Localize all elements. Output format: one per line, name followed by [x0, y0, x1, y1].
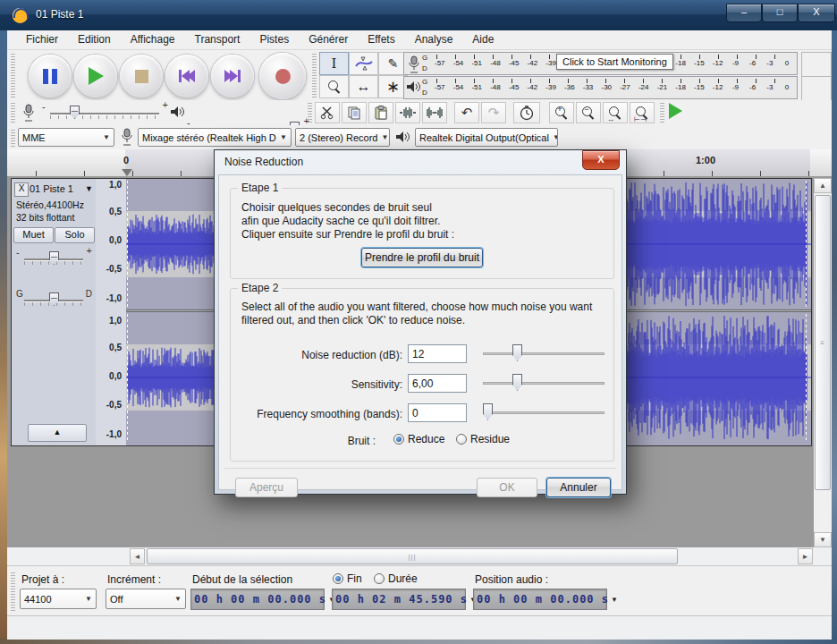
edit-toolbar-grip[interactable]: [308, 103, 312, 123]
sensitivity-slider[interactable]: [483, 374, 604, 392]
play-at-speed-button[interactable]: [669, 103, 682, 119]
cancel-button[interactable]: Annuler: [546, 478, 611, 497]
speaker-icon: [406, 80, 422, 95]
get-noise-profile-button[interactable]: Prendre le profil du bruit: [361, 248, 483, 267]
skip-to-start-button[interactable]: [165, 55, 208, 97]
recording-channels-select[interactable]: 2 (Stereo) Record▼: [295, 128, 390, 147]
fit-project-button[interactable]: ⊢⊣: [630, 102, 655, 123]
redo-button[interactable]: ↷: [481, 102, 506, 123]
copy-button[interactable]: [342, 102, 367, 123]
close-button[interactable]: X: [798, 4, 835, 22]
menu-item[interactable]: Analyse: [405, 30, 463, 49]
track-control-panel: X 01 Piste 1▼ Stéréo,44100Hz 32 bits flo…: [12, 179, 97, 445]
frequency-smoothing-slider[interactable]: [483, 403, 604, 421]
snap-value: Off: [110, 594, 123, 605]
timeshift-tool-button[interactable]: ↔: [349, 75, 378, 98]
sensitivity-input[interactable]: 6,00: [408, 374, 467, 393]
track-pan-slider[interactable]: G D: [24, 292, 83, 308]
selection-end-time[interactable]: 00 h 02 m 45.590 s▼: [332, 589, 466, 610]
track-close-button[interactable]: X: [14, 182, 29, 197]
preview-button[interactable]: Aperçu: [235, 478, 298, 497]
mute-button[interactable]: Muet: [13, 227, 54, 243]
frequency-smoothing-slider-thumb[interactable]: [483, 403, 493, 420]
reduce-radio[interactable]: Reduce: [393, 433, 444, 445]
fit-selection-button[interactable]: ↔: [603, 102, 628, 123]
scroll-down-button[interactable]: ▼: [814, 532, 832, 547]
track-name-menu[interactable]: 01 Piste 1▼: [30, 182, 93, 195]
speaker-icon: [395, 131, 411, 145]
selection-tool-button[interactable]: I: [319, 52, 349, 75]
window-border-left: [0, 30, 7, 639]
horizontal-scrollbar[interactable]: ◄ ||| ►: [7, 547, 832, 565]
silence-audio-button[interactable]: [422, 102, 447, 123]
scroll-right-button[interactable]: ►: [798, 548, 813, 564]
snap-to-select[interactable]: Off▼: [106, 589, 186, 609]
zoom-out-button[interactable]: −: [576, 102, 601, 123]
horizontal-scroll-thumb[interactable]: |||: [147, 548, 678, 564]
residue-radio[interactable]: Residue: [456, 433, 510, 445]
monitoring-tooltip[interactable]: Click to Start Monitoring: [556, 54, 673, 70]
noise-reduction-slider[interactable]: [483, 344, 604, 362]
menu-item[interactable]: Aide: [462, 30, 503, 49]
zoom-in-button[interactable]: +: [549, 102, 574, 123]
audio-host-select[interactable]: MME▼: [18, 128, 114, 147]
mixer-toolbar-grip[interactable]: [11, 103, 15, 123]
skip-to-end-button[interactable]: [211, 55, 254, 97]
pause-button[interactable]: [29, 55, 72, 97]
minimize-button[interactable]: –: [726, 4, 762, 22]
maximize-button[interactable]: □: [762, 4, 798, 22]
frequency-smoothing-input[interactable]: 0: [408, 403, 467, 422]
menu-item[interactable]: Transport: [185, 30, 250, 49]
noise-reduction-slider-thumb[interactable]: [512, 344, 522, 361]
paste-button[interactable]: [368, 102, 393, 123]
record-button[interactable]: [259, 53, 306, 99]
project-rate-select[interactable]: 44100▼: [20, 589, 97, 609]
undo-button[interactable]: ↶: [454, 102, 479, 123]
menu-item[interactable]: Effets: [358, 30, 404, 49]
sensitivity-slider-thumb[interactable]: [512, 374, 522, 391]
play-button[interactable]: [74, 55, 117, 97]
track-gain-slider[interactable]: - +: [24, 250, 83, 267]
transcription-toolbar-grip[interactable]: [660, 103, 664, 123]
scroll-left-button[interactable]: ◄: [130, 548, 145, 564]
transport-toolbar-grip[interactable]: [11, 53, 15, 97]
device-toolbar-grip[interactable]: [11, 128, 15, 147]
selection-start-time[interactable]: 00 h 00 m 00.000 s▼: [190, 589, 325, 610]
menu-item[interactable]: Fichier: [16, 30, 68, 49]
menu-item[interactable]: Générer: [299, 30, 358, 49]
selection-toolbar-grip[interactable]: [11, 572, 15, 611]
menu-item[interactable]: Affichage: [121, 30, 185, 49]
pan-right-label: D: [86, 289, 92, 299]
timer-record-button[interactable]: [513, 102, 540, 123]
vertical-ruler[interactable]: 1,00,50,0-0,5-1,0 1,00,50,0-0,5-1,0: [96, 179, 127, 445]
audio-position-time[interactable]: 00 h 00 m 00.000 s▼: [473, 589, 607, 610]
ok-button[interactable]: OK: [477, 478, 537, 497]
length-radio[interactable]: Durée: [374, 572, 418, 585]
tools-toolbar-grip[interactable]: [312, 53, 317, 97]
solo-button[interactable]: Solo: [55, 227, 95, 243]
end-radio[interactable]: Fin: [333, 572, 362, 585]
zoom-tool-button[interactable]: [319, 75, 349, 98]
menu-item[interactable]: Pistes: [249, 30, 299, 49]
vertical-scrollbar[interactable]: ▲ ≡ ▼: [814, 178, 832, 547]
menu-item[interactable]: Edition: [68, 30, 121, 49]
playback-meter[interactable]: G D -57-54-51-48-45-42-39-36-33-30-27-24…: [403, 76, 798, 99]
scroll-up-button[interactable]: ▲: [814, 178, 832, 193]
recording-device-select[interactable]: Mixage stéréo (Realtek High D▼: [138, 128, 292, 147]
trim-audio-button[interactable]: [395, 102, 420, 123]
chevron-down-icon: ▼: [276, 133, 287, 141]
vertical-scroll-thumb[interactable]: ≡: [815, 195, 831, 490]
envelope-tool-button[interactable]: [349, 52, 378, 75]
selection-start-label: Début de la sélection: [192, 573, 292, 586]
dialog-title-bar[interactable]: Noise Reduction X: [215, 150, 626, 174]
title-bar[interactable]: 01 Piste 1 – □ X: [0, 0, 837, 30]
dialog-close-button[interactable]: X: [582, 150, 620, 170]
window-title: 01 Piste 1: [36, 8, 83, 21]
track-collapse-button[interactable]: ▲: [28, 424, 87, 442]
noise-reduction-input[interactable]: 12: [408, 344, 467, 363]
play-meter-scale: -57-54-51-48-45-42-39-36-33-30-27-24-21-…: [431, 83, 795, 91]
playback-device-select[interactable]: Realtek Digital Output(Optical▼: [415, 128, 558, 147]
cut-button[interactable]: [315, 102, 340, 123]
input-volume-slider[interactable]: - +: [50, 105, 159, 121]
stop-button[interactable]: [120, 55, 163, 97]
